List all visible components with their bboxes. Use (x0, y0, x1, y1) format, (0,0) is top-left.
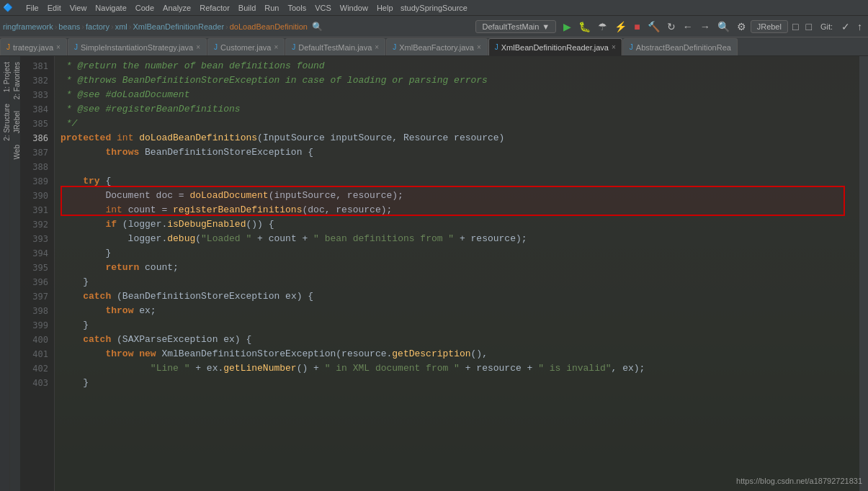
menu-code[interactable]: Code (131, 0, 158, 16)
line-numbers: 381 382 383 384 385 386 387 388 389 390 … (20, 56, 55, 491)
git-button[interactable]: Git: (816, 21, 837, 32)
line-num-399: 399 (23, 318, 48, 333)
run-config-dropdown-icon: ▼ (542, 22, 550, 31)
code-line-403: } (61, 376, 854, 390)
line-num-392: 392 (23, 217, 48, 232)
tabs-bar: J trategy.java × J SimpleInstantiationSt… (0, 37, 868, 56)
line-num-386: 386 (23, 131, 48, 145)
line-num-389: 389 (23, 174, 48, 189)
breadcrumb-beans[interactable]: beans (58, 22, 80, 31)
tab-icon-abstractbeandef: J (630, 43, 633, 51)
tab-simple-instantiation[interactable]: J SimpleInstantiationStrategy.java × (68, 38, 207, 55)
tab-strategy[interactable]: J trategy.java × (0, 38, 67, 55)
breadcrumb-search-icon[interactable]: 🔍 (312, 22, 323, 32)
code-line-402: "Line " + ex.getLineNumber() + " in XML … (61, 361, 854, 376)
build-button[interactable]: 🔨 (645, 19, 663, 34)
tab-defaulttestmain[interactable]: J DefaultTestMain.java × (285, 38, 385, 55)
menu-analyze[interactable]: Analyze (158, 0, 195, 16)
breadcrumb-factory[interactable]: factory (86, 22, 109, 31)
run-config-selector[interactable]: DefaultTestMain ▼ (475, 20, 556, 33)
tab-customer[interactable]: J Customer.java × (207, 38, 285, 55)
tab-close-customer[interactable]: × (274, 43, 278, 51)
panel-structure[interactable]: 2: Structure (0, 98, 9, 147)
tab-icon-xmlbeandefinitionreader: J (495, 43, 498, 51)
breadcrumb-xml[interactable]: xml (115, 22, 127, 31)
line-num-395: 395 (23, 261, 48, 275)
code-lines[interactable]: * @return the number of bean definitions… (55, 56, 859, 491)
forward-button[interactable]: → (697, 19, 713, 34)
menu-vcs[interactable]: VCS (310, 0, 336, 16)
breadcrumb-method[interactable]: doLoadBeanDefinition (230, 22, 308, 31)
jrebel-extra2[interactable]: □ (802, 19, 814, 34)
vcs-update[interactable]: ✓ (838, 19, 853, 34)
settings-button[interactable]: ⚙ (734, 19, 749, 34)
back-button[interactable]: ← (680, 19, 696, 34)
code-line-384: * @see #registerBeanDefinitions (61, 102, 854, 117)
tab-close-defaulttest[interactable]: × (375, 43, 379, 51)
menu-build[interactable]: Build (234, 0, 260, 16)
run-button[interactable]: ▶ (560, 19, 574, 34)
breadcrumb-ringframework[interactable]: ringframework (3, 22, 53, 31)
menu-tools[interactable]: Tools (283, 0, 310, 16)
watermark: https://blog.csdn.net/a18792721831 (736, 477, 862, 485)
code-line-387: throws BeanDefinitionStoreException { (61, 145, 854, 160)
menu-refactor[interactable]: Refactor (195, 0, 234, 16)
line-num-381: 381 (23, 59, 48, 73)
tab-icon-simple: J (74, 43, 78, 51)
tab-close-strategy[interactable]: × (56, 43, 61, 51)
breadcrumb-class[interactable]: XmlBeanDefinitionReader (133, 22, 224, 31)
right-scrollbar[interactable] (859, 56, 868, 491)
menu-navigate[interactable]: Navigate (91, 0, 130, 16)
line-num-402: 402 (23, 361, 48, 376)
menu-edit[interactable]: Edit (43, 0, 66, 16)
app-icon: 🔷 (3, 3, 13, 12)
tab-close-xmlbeanfactory[interactable]: × (477, 43, 481, 51)
code-line-382: * @throws BeanDefinitionStoreException i… (61, 73, 854, 88)
menu-run[interactable]: Run (260, 0, 283, 16)
tab-label-defaulttest: DefaultTestMain.java (298, 43, 372, 52)
line-num-401: 401 (23, 347, 48, 361)
code-line-393: logger.debug("Loaded " + count + " bean … (61, 232, 854, 246)
panel-jrebel[interactable]: JRebel (10, 105, 20, 139)
menu-bar: 🔷 File Edit View Navigate Code Analyze R… (0, 0, 868, 16)
stop-button[interactable]: ■ (631, 19, 643, 34)
menu-window[interactable]: Window (336, 0, 372, 16)
tab-xmlbeanfactory[interactable]: J XmlBeanFactory.java × (386, 38, 488, 55)
line-num-394: 394 (23, 246, 48, 261)
debug-button[interactable]: 🐛 (576, 19, 594, 34)
tab-xmlbeandefinitionreader[interactable]: J XmlBeanDefinitionReader.java × (488, 38, 622, 55)
code-line-386: protected int doLoadBeanDefinitions(Inpu… (61, 131, 854, 145)
panel-favorites[interactable]: 2: Favorites (10, 56, 20, 105)
tab-label-strategy: trategy.java (13, 43, 53, 52)
panel-web[interactable]: Web (10, 139, 20, 165)
tab-label-abstractbeandef: AbstractBeanDefinitionRea (636, 43, 731, 52)
tab-icon-customer: J (214, 43, 218, 51)
tab-close-xmlbeandefinitionreader[interactable]: × (612, 43, 616, 51)
sync-button[interactable]: ↻ (664, 19, 679, 34)
menu-file[interactable]: File (22, 0, 43, 16)
menu-help[interactable]: Help (372, 0, 398, 16)
line-num-398: 398 (23, 304, 48, 318)
panel-project[interactable]: 1: Project (0, 56, 9, 98)
tab-abstractbeandef[interactable]: J AbstractBeanDefinitionRea (623, 38, 738, 55)
code-line-401: throw new XmlBeanDefinitionStoreExceptio… (61, 347, 854, 361)
jrebel-button[interactable]: JRebel (751, 20, 788, 33)
profile-button[interactable]: ⚡ (612, 19, 630, 34)
line-num-390: 390 (23, 189, 48, 203)
search-everywhere[interactable]: 🔍 (715, 19, 733, 34)
menu-view[interactable]: View (66, 0, 91, 16)
line-num-388: 388 (23, 160, 48, 174)
run-config-label: DefaultTestMain (482, 22, 539, 31)
vcs-push[interactable]: ↑ (854, 19, 865, 34)
line-num-382: 382 (23, 73, 48, 88)
jrebel-extra1[interactable]: □ (789, 19, 801, 34)
coverage-button[interactable]: ☂ (595, 19, 610, 34)
code-line-385: */ (61, 117, 854, 131)
code-line-388 (61, 160, 854, 174)
tab-close-simple[interactable]: × (196, 43, 200, 51)
code-line-395: return count; (61, 261, 854, 275)
breadcrumb: ringframework › beans › factory › xml › … (3, 22, 474, 32)
code-line-397: catch (BeanDefinitionStoreException ex) … (61, 289, 854, 304)
line-num-384: 384 (23, 102, 48, 117)
code-editor[interactable]: 381 382 383 384 385 386 387 388 389 390 … (20, 56, 868, 491)
